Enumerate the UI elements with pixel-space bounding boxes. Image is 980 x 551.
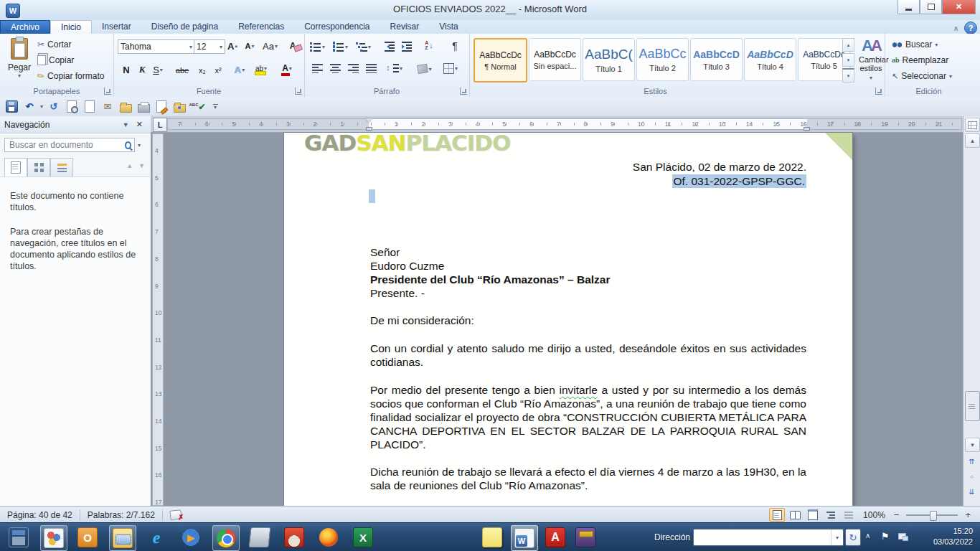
decrease-indent-button[interactable] (383, 39, 397, 54)
clock[interactable]: 15:20 03/03/2022 (933, 526, 973, 547)
redo-button[interactable]: ↺ (47, 100, 61, 114)
replace-button[interactable]: ab Reemplazar (892, 55, 948, 65)
shading-button[interactable]: ▾ (418, 62, 432, 76)
line-spacing-button[interactable]: ↕ ▾ (386, 61, 402, 75)
taskbar-autocad-button[interactable]: A (542, 525, 568, 550)
gallery-more-button[interactable]: ▾ (842, 68, 854, 83)
ruler-toggle-button[interactable] (965, 118, 980, 132)
multilevel-list-button[interactable]: ▾ (356, 39, 371, 54)
collapse-ribbon-icon[interactable]: ∧ (953, 24, 958, 32)
taskbar-outlook-button[interactable]: O (75, 525, 100, 550)
grow-font-button[interactable]: A ▴ (225, 39, 240, 53)
gallery-up-button[interactable]: ▴ (842, 38, 854, 52)
font-size-select[interactable]: 12 ▾ (194, 39, 225, 54)
search-options-icon[interactable]: ▾ (138, 142, 141, 149)
zoom-out-button[interactable]: − (892, 509, 902, 520)
align-right-button[interactable] (346, 61, 360, 75)
scroll-up-button[interactable]: ▲ (965, 133, 980, 148)
print-preview-button[interactable] (65, 100, 79, 114)
taskbar-explorer-button[interactable] (109, 525, 136, 551)
find-button[interactable]: Buscar ▾ (892, 39, 938, 50)
paste-button[interactable]: Pegar ▾ (4, 37, 34, 88)
previous-heading-icon[interactable]: ▲ (126, 162, 133, 169)
taskbar-internet-explorer-button[interactable]: e (143, 525, 169, 550)
taskbar-firefox-button[interactable] (316, 525, 341, 550)
highlight-button[interactable]: ab ▾ (254, 61, 268, 75)
help-icon[interactable]: ? (964, 22, 977, 34)
tab-selector-button[interactable]: L (153, 118, 167, 132)
change-styles-button[interactable]: AA Cambiar estilos ▾ (859, 37, 883, 83)
tab-revisar[interactable]: Revisar (380, 20, 430, 34)
superscript-button[interactable]: x² (211, 63, 225, 77)
tab-referencias[interactable]: Referencias (228, 20, 294, 34)
quick-print-button[interactable] (136, 100, 151, 114)
close-pane-icon[interactable]: ✕ (133, 120, 146, 129)
tab-inicio[interactable]: Inicio (50, 20, 92, 34)
address-go-button[interactable]: ↻ (845, 529, 861, 546)
outline-view-button[interactable] (823, 508, 839, 522)
pane-options-icon[interactable]: ▼ (119, 121, 133, 128)
font-name-select[interactable]: Tahoma ▾ (118, 39, 195, 54)
align-center-button[interactable] (328, 61, 342, 75)
style-titulo-4[interactable]: AaBbCcD Título 4 (744, 38, 796, 81)
taskbar-media-player-button[interactable]: ▶ (178, 525, 204, 550)
v-ruler[interactable]: 4567891011121314151617 (152, 133, 164, 506)
address-field[interactable] (694, 531, 831, 544)
align-left-button[interactable] (310, 61, 324, 75)
show-marks-button[interactable]: ¶ (448, 39, 462, 53)
taskbar-sticky-notes-button[interactable] (479, 525, 505, 550)
select-button[interactable]: ↖ Seleccionar ▾ (892, 71, 952, 81)
save-button[interactable] (4, 100, 19, 114)
page-indicator[interactable]: Página: 40 de 42 (0, 507, 80, 523)
next-page-button[interactable]: ⇊ (965, 485, 979, 498)
next-heading-icon[interactable]: ▼ (138, 162, 145, 169)
action-center-flag-icon[interactable]: ⚑ (881, 531, 890, 542)
style-sin-espaciado[interactable]: AaBbCcDc Sin espaci... (529, 38, 581, 81)
tab-browse-headings[interactable] (4, 158, 27, 177)
sort-button[interactable]: A Z ↓ (422, 38, 436, 52)
zoom-slider-thumb[interactable] (930, 511, 937, 521)
document-search-box[interactable] (4, 138, 135, 152)
taskbar-calculator-button[interactable] (6, 525, 32, 550)
close-button[interactable]: ✕ (942, 0, 976, 14)
taskbar-paint-button[interactable] (40, 525, 67, 551)
minimize-button[interactable] (897, 0, 920, 14)
open-button[interactable] (118, 100, 133, 114)
subscript-button[interactable]: x₂ (195, 63, 209, 77)
clear-formatting-button[interactable]: A (286, 39, 300, 53)
dialog-launcher-icon[interactable] (460, 88, 467, 95)
scrollbar-thumb[interactable] (965, 391, 980, 421)
spelling-button[interactable]: ABC✔ (190, 100, 204, 114)
gallery-down-button[interactable]: ▾ (842, 53, 854, 67)
zoom-slider[interactable] (906, 514, 958, 516)
underline-button[interactable]: S ▾ (151, 62, 165, 77)
toolbar-options-button[interactable]: ▾ (208, 100, 222, 114)
copy-button[interactable]: Copiar (37, 55, 74, 65)
dialog-launcher-icon[interactable] (104, 88, 111, 95)
proofing-status[interactable]: ✗ (163, 507, 189, 523)
dialog-launcher-icon[interactable] (295, 88, 302, 95)
tab-browse-pages[interactable] (27, 158, 50, 177)
increase-indent-button[interactable] (400, 39, 415, 54)
numbering-button[interactable]: ▾ (333, 39, 348, 54)
edit-button[interactable] (154, 100, 169, 114)
search-input[interactable] (8, 139, 122, 151)
style-normal[interactable]: AaBbCcDc ¶ Normal (473, 38, 527, 83)
chevron-down-icon[interactable]: ▾ (40, 103, 43, 110)
undo-button[interactable]: ↶ (22, 100, 37, 114)
bold-button[interactable]: N (119, 62, 133, 77)
borders-button[interactable]: ▾ (443, 61, 458, 75)
vertical-scrollbar[interactable]: ▲ ▼ ⇈ ○ ⇊ (963, 116, 980, 506)
tab-archivo[interactable]: Archivo (0, 20, 50, 34)
web-layout-button[interactable] (805, 508, 821, 522)
zoom-in-button[interactable]: + (963, 509, 973, 520)
style-titulo-2[interactable]: AaBbCc Título 2 (636, 38, 689, 81)
taskbar-excel-button[interactable]: X (350, 525, 376, 550)
h-ruler[interactable]: 1234567123456789101112131415161718192021 (167, 118, 962, 130)
tab-diseno-de-pagina[interactable]: Diseño de página (141, 20, 228, 34)
font-color-button[interactable]: A ▾ (280, 61, 294, 75)
scroll-down-button[interactable]: ▼ (965, 438, 980, 452)
tab-browse-results[interactable] (50, 158, 73, 177)
zoom-level[interactable]: 100% (863, 510, 885, 520)
shrink-font-button[interactable]: A ▾ (242, 39, 257, 53)
